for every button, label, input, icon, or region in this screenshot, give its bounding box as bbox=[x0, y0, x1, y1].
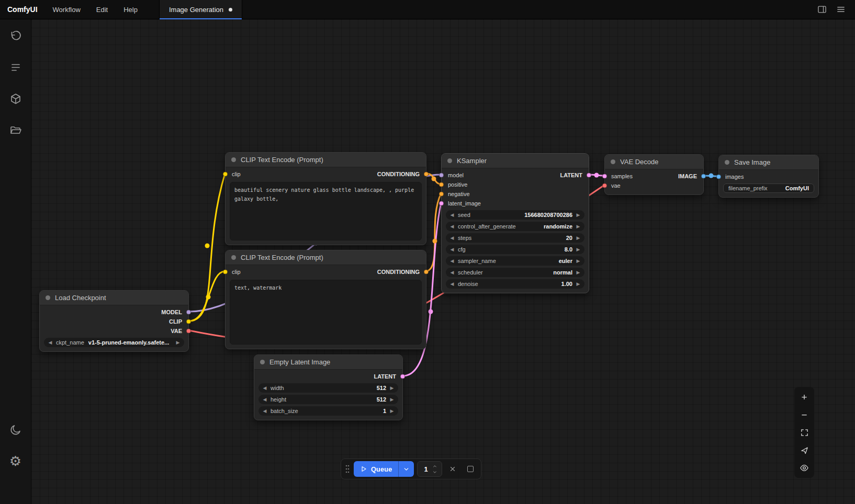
zoom-out-button[interactable]: − bbox=[797, 409, 811, 420]
zoom-in-button[interactable]: + bbox=[797, 391, 811, 403]
collapse-dot-icon[interactable] bbox=[725, 160, 729, 165]
increment-arrow-icon[interactable]: ▶ bbox=[575, 210, 582, 220]
decrement-arrow-icon[interactable]: ◀ bbox=[261, 406, 268, 416]
output-dot-latent[interactable] bbox=[400, 374, 405, 379]
node-vae-decode[interactable]: VAE Decode samples IMAGE vae bbox=[604, 154, 704, 195]
node-title-bar[interactable]: CLIP Text Encode (Prompt) bbox=[226, 153, 426, 167]
prompt-textarea[interactable]: beautiful scenery nature glass bottle la… bbox=[230, 182, 422, 240]
settings-gear-icon[interactable]: ⚙ bbox=[4, 450, 27, 473]
node-ksampler[interactable]: KSampler model LATENT positive negative … bbox=[441, 153, 589, 293]
node-save-image[interactable]: Save Image images filename_prefix ComfyU… bbox=[718, 155, 819, 198]
node-title-bar[interactable]: Load Checkpoint bbox=[40, 291, 188, 305]
select-mode-cursor-icon[interactable] bbox=[797, 444, 811, 456]
decrement-arrow-icon[interactable]: ◀ bbox=[448, 210, 456, 220]
tab-image-generation[interactable]: Image Generation bbox=[159, 0, 242, 19]
collapse-dot-icon[interactable] bbox=[231, 255, 236, 260]
queue-icon[interactable] bbox=[4, 56, 27, 79]
decrement-arrow-icon[interactable]: ◀ bbox=[448, 245, 456, 254]
decrement-arrow-icon[interactable]: ◀ bbox=[261, 383, 268, 393]
increment-arrow-icon[interactable]: ▶ bbox=[388, 406, 396, 416]
output-dot-vae[interactable] bbox=[186, 329, 191, 334]
output-dot-clip[interactable] bbox=[186, 319, 191, 324]
output-dot-latent[interactable] bbox=[587, 173, 591, 178]
input-dot-clip[interactable] bbox=[223, 172, 228, 177]
node-title-bar[interactable]: KSampler bbox=[442, 154, 589, 168]
widget-ckpt-name[interactable]: ◀ ckpt_name v1-5-pruned-emaonly.safete..… bbox=[44, 338, 184, 347]
stop-queue-icon[interactable] bbox=[463, 462, 478, 476]
increment-arrow-icon[interactable]: ▶ bbox=[575, 245, 582, 254]
input-dot-vae[interactable] bbox=[602, 184, 607, 188]
node-load-checkpoint[interactable]: Load Checkpoint MODEL CLIP VAE ◀ ckpt_na… bbox=[39, 290, 189, 352]
output-dot-model[interactable] bbox=[186, 310, 191, 315]
decrement-arrow-icon[interactable]: ◀ bbox=[448, 256, 456, 266]
workflows-folder-icon[interactable] bbox=[4, 119, 27, 142]
widget-steps[interactable]: ◀ steps 20 ▶ bbox=[446, 233, 584, 243]
queue-button[interactable]: Queue bbox=[354, 465, 398, 473]
hamburger-menu-icon[interactable] bbox=[834, 3, 848, 16]
widget-denoise[interactable]: ◀ denoise 1.00 ▶ bbox=[446, 279, 584, 289]
input-dot-positive[interactable] bbox=[439, 182, 444, 187]
collapse-dot-icon[interactable] bbox=[46, 295, 50, 300]
menu-workflow[interactable]: Workflow bbox=[45, 0, 88, 19]
input-dot-images[interactable] bbox=[716, 175, 721, 179]
increment-arrow-icon[interactable]: ▶ bbox=[174, 338, 182, 347]
menu-help[interactable]: Help bbox=[116, 0, 145, 19]
widget-sampler-name[interactable]: ◀ sampler_name euler ▶ bbox=[446, 256, 584, 266]
decrement-batch-icon[interactable] bbox=[431, 469, 438, 475]
node-clip-text-encode-negative[interactable]: CLIP Text Encode (Prompt) clip CONDITION… bbox=[225, 250, 426, 349]
output-dot-image[interactable] bbox=[701, 174, 706, 179]
input-dot-negative[interactable] bbox=[439, 192, 444, 197]
collapse-dot-icon[interactable] bbox=[231, 157, 236, 162]
cancel-run-icon[interactable] bbox=[445, 462, 460, 476]
widget-filename-prefix[interactable]: filename_prefix ComfyUI bbox=[723, 184, 814, 193]
fit-view-icon[interactable] bbox=[797, 427, 811, 438]
model-library-icon[interactable] bbox=[4, 87, 27, 110]
menu-edit[interactable]: Edit bbox=[88, 0, 116, 19]
increment-arrow-icon[interactable]: ▶ bbox=[575, 256, 582, 266]
node-title-bar[interactable]: CLIP Text Encode (Prompt) bbox=[226, 250, 426, 265]
toggle-link-visibility-eye-icon[interactable] bbox=[797, 462, 811, 474]
decrement-arrow-icon[interactable]: ◀ bbox=[47, 338, 54, 347]
widget-height[interactable]: ◀ height 512 ▶ bbox=[258, 395, 398, 404]
decrement-arrow-icon[interactable]: ◀ bbox=[448, 268, 456, 277]
increment-arrow-icon[interactable]: ▶ bbox=[388, 395, 396, 404]
input-dot-clip[interactable] bbox=[223, 270, 228, 274]
increment-arrow-icon[interactable]: ▶ bbox=[575, 268, 582, 277]
decrement-arrow-icon[interactable]: ◀ bbox=[448, 222, 456, 231]
input-dot-model[interactable] bbox=[439, 173, 444, 178]
widget-control-after-generate[interactable]: ◀ control_after_generate randomize ▶ bbox=[446, 222, 584, 231]
collapse-dot-icon[interactable] bbox=[447, 158, 452, 163]
app-logo[interactable]: ComfyUI bbox=[0, 5, 45, 14]
widget-cfg[interactable]: ◀ cfg 8.0 ▶ bbox=[446, 245, 584, 254]
widget-seed[interactable]: ◀ seed 156680208700286 ▶ bbox=[446, 210, 584, 220]
node-title-bar[interactable]: Save Image bbox=[719, 155, 818, 170]
history-icon[interactable] bbox=[4, 25, 27, 48]
node-title-bar[interactable]: Empty Latent Image bbox=[254, 355, 402, 370]
decrement-arrow-icon[interactable]: ◀ bbox=[448, 279, 456, 289]
node-empty-latent-image[interactable]: Empty Latent Image LATENT ◀ width 512 ▶ … bbox=[254, 354, 403, 420]
increment-arrow-icon[interactable]: ▶ bbox=[388, 383, 396, 393]
increment-arrow-icon[interactable]: ▶ bbox=[575, 222, 582, 231]
output-dot-conditioning[interactable] bbox=[424, 172, 429, 177]
collapse-dot-icon[interactable] bbox=[611, 159, 615, 164]
output-dot-conditioning[interactable] bbox=[424, 270, 429, 274]
toggle-bottom-panel-icon[interactable] bbox=[815, 3, 829, 16]
input-dot-samples[interactable] bbox=[602, 174, 607, 179]
widget-width[interactable]: ◀ width 512 ▶ bbox=[258, 383, 398, 393]
node-clip-text-encode-positive[interactable]: CLIP Text Encode (Prompt) clip CONDITION… bbox=[225, 152, 426, 245]
decrement-arrow-icon[interactable]: ◀ bbox=[448, 233, 456, 243]
increment-batch-icon[interactable] bbox=[431, 464, 438, 469]
theme-toggle-moon-icon[interactable] bbox=[4, 418, 27, 441]
prompt-textarea[interactable]: text, watermark bbox=[230, 280, 422, 345]
drag-handle-icon[interactable] bbox=[344, 462, 351, 476]
node-title-bar[interactable]: VAE Decode bbox=[605, 155, 703, 169]
input-dot-latent-image[interactable] bbox=[439, 201, 444, 206]
decrement-arrow-icon[interactable]: ◀ bbox=[261, 395, 268, 404]
increment-arrow-icon[interactable]: ▶ bbox=[575, 233, 582, 243]
widget-scheduler[interactable]: ◀ scheduler normal ▶ bbox=[446, 268, 584, 277]
batch-count-stepper[interactable]: 1 bbox=[417, 461, 442, 477]
widget-batch-size[interactable]: ◀ batch_size 1 ▶ bbox=[258, 406, 398, 416]
increment-arrow-icon[interactable]: ▶ bbox=[575, 279, 582, 289]
queue-options-chevron-icon[interactable] bbox=[398, 461, 414, 477]
collapse-dot-icon[interactable] bbox=[260, 360, 265, 364]
